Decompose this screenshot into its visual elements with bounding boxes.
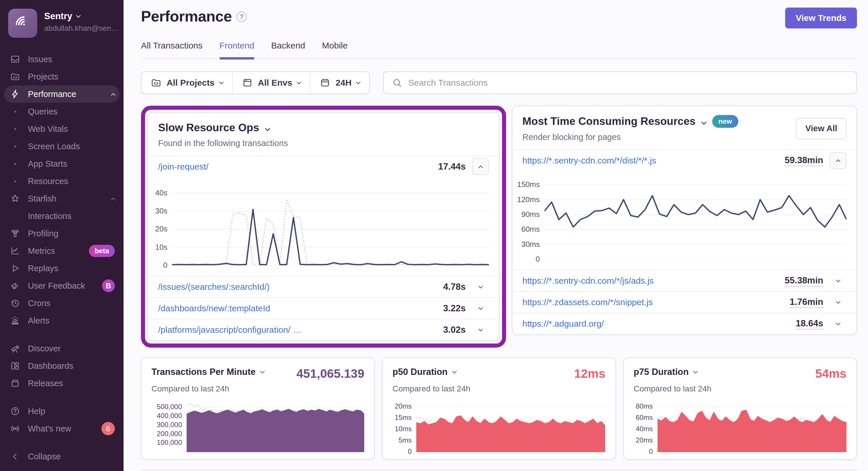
tab-all-transactions[interactable]: All Transactions [141,41,203,58]
org-switcher[interactable]: Sentry abdullah.khan@sen… [4,9,120,38]
tab-backend[interactable]: Backend [271,41,305,58]
profiling-icon [10,229,20,238]
clock-icon [9,298,22,308]
sidebar-item-dashboards[interactable]: Dashboards [4,357,120,375]
y-axis-tick: 150ms [517,180,540,189]
y-axis-tick: 90ms [521,210,540,219]
card-title[interactable]: Transactions Per Minute [151,367,264,377]
view-trends-button[interactable]: View Trends [785,7,857,29]
card-title[interactable]: p50 Duration [393,367,456,377]
y-axis-tick: 500,000 [157,403,182,411]
sidebar-item-queries[interactable]: Queries [4,103,120,120]
sidebar-item-replays[interactable]: Replays [4,260,120,277]
expand-row-button[interactable] [830,323,846,325]
tab-frontend[interactable]: Frontend [219,41,254,58]
sidebar-item-projects[interactable]: Projects [4,68,120,86]
sidebar-item-collapse[interactable]: Collapse [4,448,120,465]
duration-value: 4.78s [443,282,466,292]
sidebar-item-label: Web Vitals [28,124,68,134]
resource-row: https://*.adguard.org/18.64s [513,313,856,334]
sidebar-item-web-vitals[interactable]: Web Vitals [4,120,120,138]
badge-user-feedback: B [102,279,115,292]
sidebar-item-label: Metrics [28,246,55,256]
user-email: abdullah.khan@sen… [44,24,115,33]
telescope-icon [10,343,20,354]
collapse-row-button[interactable] [472,158,489,175]
sidebar-item-issues[interactable]: Issues [4,51,120,68]
environments-filter[interactable]: All Envs [233,72,310,94]
sidebar-item-metrics[interactable]: Metricsbeta [4,242,120,260]
sidebar-item-help[interactable]: Help [4,402,120,420]
expand-row-button[interactable] [472,307,489,309]
chevron-down-icon [836,321,840,326]
transactions-table: ★ TRANSACTION PROJECT OPERATION TPM ↓ P5… [141,470,857,471]
sidebar-item-alerts[interactable]: Alerts [4,312,120,329]
sidebar-item-label: Dashboards [28,361,73,371]
search-transactions-box[interactable] [383,71,857,94]
y-axis-tick: 400,000 [157,412,182,420]
row-link[interactable]: https://*.sentry-cdn.com/*/js/ads.js [522,276,654,286]
row-link[interactable]: https://*.sentry-cdn.com/*/dist/*/*.js [522,156,656,166]
bullet-icon [9,128,22,130]
sidebar-item-releases[interactable]: Releases [4,375,120,392]
sidebar-item-crons[interactable]: Crons [4,295,120,312]
tab-mobile[interactable]: Mobile [322,41,348,58]
bullet-icon [9,145,22,147]
play-icon [9,263,22,273]
chevron-down-icon [297,80,302,85]
expand-row-button[interactable] [830,301,846,303]
page-title: Performance [141,7,232,25]
expand-row-button[interactable] [472,286,489,288]
projects-icon [10,72,20,81]
metrics-icon [10,246,20,256]
collapse-row-button[interactable] [830,152,846,169]
sidebar-item-screen-loads[interactable]: Screen Loads [4,138,120,155]
chevron-down-icon [693,369,698,374]
y-axis-tick: 100,000 [157,438,182,447]
view-all-button[interactable]: View All [796,118,846,139]
org-name: Sentry [44,11,72,22]
y-axis-tick: 60ms [636,413,653,422]
chevron-up-icon [112,90,115,99]
row-link[interactable]: /issues/(searches/:searchId/) [158,282,270,292]
help-icon [10,406,20,416]
slow-resource-ops-panel: Slow Resource Ops Found in the following… [148,112,499,341]
sidebar-item-resources[interactable]: Resources [4,172,120,190]
row-link[interactable]: /platforms/javascript/configuration/ … [158,325,302,335]
sidebar-item-app-starts[interactable]: App Starts [4,155,120,172]
expand-row-button[interactable] [830,280,846,282]
sidebar-item-whats-new[interactable]: What's new6 [4,420,120,437]
card-subtitle: Compared to last 24h [634,384,846,394]
projects-icon [9,72,22,81]
expand-row-button[interactable] [472,329,489,331]
sidebar-item-label: Interactions [28,211,71,221]
sidebar-item-user-feedback[interactable]: User FeedbackB [4,277,120,295]
row-link[interactable]: /dashboards/new/:templateId [158,303,270,313]
chevron-down-icon[interactable] [701,119,706,125]
row-link[interactable]: /join-request/ [158,162,209,172]
chevron-left-icon [10,451,20,462]
sidebar-item-discover[interactable]: Discover [4,340,120,357]
sidebar-item-performance[interactable]: Performance [4,86,120,103]
row-link[interactable]: https://*.zdassets.com/*/snippet.js [522,297,653,307]
search-input[interactable] [408,78,848,88]
chevron-up-icon [836,160,840,164]
chart-plot [416,402,605,452]
time-range-filter[interactable]: 24H [310,72,369,94]
sidebar-item-profiling[interactable]: Profiling [4,225,120,242]
sidebar-item-label: Projects [28,72,58,81]
chevron-down-icon[interactable] [265,126,270,131]
nav-spacer [4,437,120,448]
sidebar-item-starfish[interactable]: Starfish [4,190,120,207]
card-title[interactable]: p75 Duration [634,367,697,377]
tpm-card: Transactions Per Minute451,065.139Compar… [141,358,375,460]
transaction-row: /dashboards/new/:templateId3.22s [148,297,499,319]
y-axis-tick: 10ms [395,425,412,433]
transaction-row: /join-request/17.44s [148,156,499,177]
projects-filter[interactable]: All Projects [142,72,233,94]
sidebar-item-interactions[interactable]: Interactions [4,207,120,225]
projects-folder-icon [151,77,161,88]
help-icon[interactable]: ? [236,12,247,22]
row-link[interactable]: https://*.adguard.org/ [522,319,604,329]
y-axis-tick: 20ms [395,402,412,410]
